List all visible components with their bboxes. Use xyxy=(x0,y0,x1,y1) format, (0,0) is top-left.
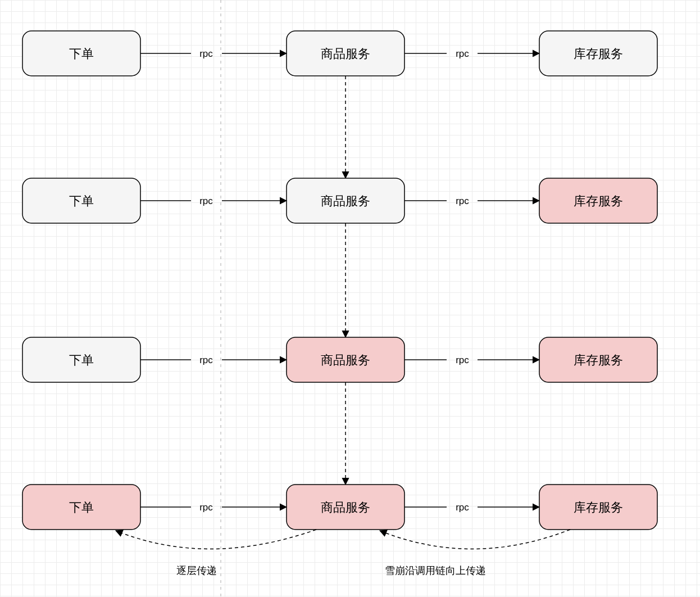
node-product-1-label: 商品服务 xyxy=(321,47,370,61)
caption-left: 逐层传递 xyxy=(176,565,217,576)
edge-order-product-4-label: rpc xyxy=(199,502,213,513)
edge-product-stock-3-label: rpc xyxy=(456,355,469,365)
edge-product-stock-2-label: rpc xyxy=(456,196,469,206)
node-stock-4-label: 库存服务 xyxy=(574,500,623,514)
node-order-1-label: 下单 xyxy=(69,47,94,61)
node-order-4-label: 下单 xyxy=(69,500,94,514)
backprop-arrow-left xyxy=(116,530,316,549)
node-product-4-label: 商品服务 xyxy=(321,500,370,514)
edge-product-stock-4-label: rpc xyxy=(456,502,469,513)
node-stock-3-label: 库存服务 xyxy=(574,353,623,367)
node-stock-1-label: 库存服务 xyxy=(574,47,623,61)
diagram-canvas: 下单 商品服务 库存服务 rpc rpc 下单 商品服务 库存服务 rpc rp… xyxy=(0,0,700,597)
node-stock-2-label: 库存服务 xyxy=(574,194,623,208)
node-order-3-label: 下单 xyxy=(69,353,94,367)
edge-order-product-3-label: rpc xyxy=(199,355,213,365)
backprop-arrow-right xyxy=(380,530,570,549)
caption-right: 雪崩沿调用链向上传递 xyxy=(385,565,486,576)
node-product-2-label: 商品服务 xyxy=(321,194,370,208)
edge-order-product-2-label: rpc xyxy=(199,196,213,206)
edge-order-product-1-label: rpc xyxy=(199,48,213,59)
node-product-3-label: 商品服务 xyxy=(321,353,370,367)
edge-product-stock-1-label: rpc xyxy=(456,48,469,59)
node-order-2-label: 下单 xyxy=(69,194,94,208)
